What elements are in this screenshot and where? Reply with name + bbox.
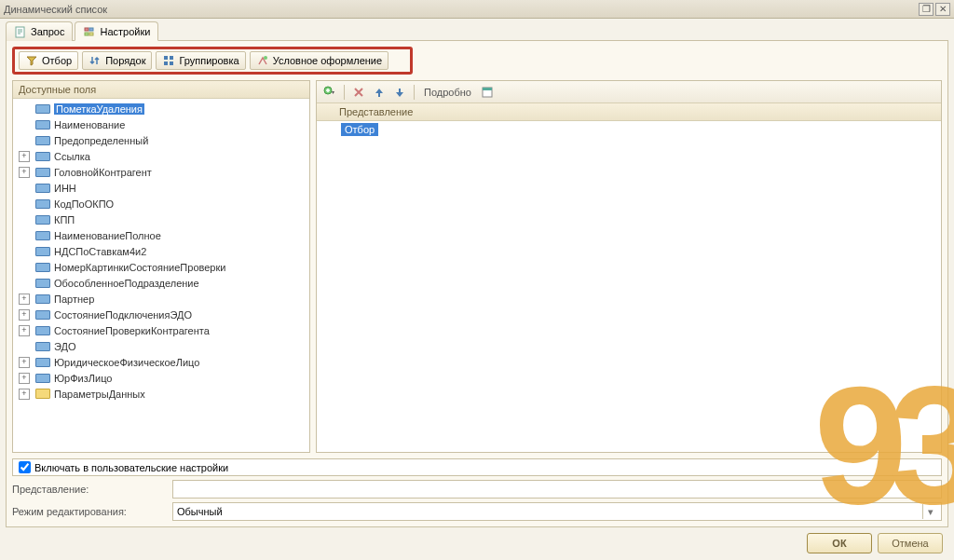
toolbar-properties-button[interactable] (478, 83, 497, 102)
query-icon (14, 25, 27, 38)
filter-grid[interactable]: Отбор (317, 121, 941, 452)
expand-spacer (19, 119, 30, 130)
order-icon (89, 54, 102, 67)
window-close-button[interactable]: ✕ (935, 3, 950, 16)
tree-row[interactable]: КодПоОКПО (13, 196, 309, 212)
tree-row[interactable]: ОбособленноеПодразделение (13, 275, 309, 291)
field-icon (35, 326, 50, 335)
expand-icon[interactable]: + (19, 309, 30, 321)
tree-row[interactable]: ЭДО (13, 338, 309, 354)
tree-item-label: Наименование (54, 119, 125, 130)
expand-icon[interactable]: + (19, 357, 30, 368)
presentation-column-header[interactable]: Представление (317, 103, 941, 121)
svg-rect-2 (89, 28, 93, 31)
cancel-button[interactable]: Отмена (878, 533, 943, 553)
tree-item-label: КодПоОКПО (54, 198, 114, 210)
include-user-settings-check[interactable]: Включать в пользовательские настройки (12, 458, 942, 476)
filter-icon (25, 54, 38, 67)
tree-row[interactable]: НаименованиеПолное (13, 227, 309, 243)
expand-icon[interactable]: + (19, 167, 30, 178)
field-icon (35, 215, 50, 225)
expand-spacer (19, 246, 30, 257)
toolbar-details-button[interactable]: Подробно (419, 83, 476, 102)
tree-row[interactable]: +Ссылка (13, 148, 309, 164)
toolbar-movedown-button[interactable] (390, 83, 409, 102)
conditional-icon (256, 54, 269, 67)
tree-row[interactable]: НДСПоСтавкам4и2 (13, 243, 309, 259)
tree-item-label: ЮрФизЛицо (54, 373, 112, 384)
field-icon (35, 152, 50, 161)
tree-item-label: СостояниеПодключенияЭДО (54, 309, 192, 321)
tree-row[interactable]: Предопределенный (13, 132, 309, 148)
field-icon (35, 136, 50, 145)
subtab-conditional-label: Условное оформление (273, 55, 382, 66)
tree-row[interactable]: +ЮридическоеФизическоеЛицо (13, 354, 309, 370)
expand-spacer (19, 341, 30, 352)
tree-item-label: ИНН (54, 183, 76, 194)
filter-row-label: Отбор (341, 123, 378, 136)
available-fields-panel: Доступные поля ПометкаУдаленияНаименован… (12, 80, 310, 453)
svg-rect-6 (170, 56, 173, 60)
toolbar-separator (414, 85, 415, 100)
toolbar-moveup-button[interactable] (370, 83, 388, 102)
svg-rect-12 (483, 88, 492, 90)
field-icon (35, 247, 50, 256)
edit-mode-value: Обычный (177, 506, 223, 517)
tree-row[interactable]: +ЮрФизЛицо (13, 370, 309, 386)
tree-row[interactable]: +ГоловнойКонтрагент (13, 164, 309, 180)
button-bar: ОК Отмена (6, 527, 948, 559)
window-title: Динамический список (4, 4, 917, 15)
tab-settings-label: Настройки (100, 26, 150, 37)
subtab-conditional[interactable]: Условное оформление (250, 51, 388, 70)
field-icon (35, 374, 50, 383)
tree-row[interactable]: НомерКартинкиСостояниеПроверки (13, 259, 309, 275)
tree-row[interactable]: ИНН (13, 180, 309, 196)
subtab-filter[interactable]: Отбор (19, 51, 78, 70)
expand-icon[interactable]: + (19, 373, 30, 384)
subtab-grouping[interactable]: Группировка (156, 51, 245, 70)
toolbar-delete-button[interactable] (349, 83, 368, 102)
edit-mode-label: Режим редактирования: (12, 506, 172, 517)
main-tabs: Запрос Настройки (6, 20, 948, 41)
fields-tree[interactable]: ПометкаУдаленияНаименованиеПредопределен… (13, 99, 309, 452)
filter-row[interactable]: Отбор (322, 121, 941, 138)
svg-rect-7 (164, 61, 168, 65)
include-user-settings-checkbox[interactable] (19, 461, 31, 473)
tree-row[interactable]: КПП (13, 212, 309, 227)
tree-row[interactable]: +Партнер (13, 291, 309, 307)
tree-item-label: НаименованиеПолное (54, 230, 161, 241)
presentation-label: Представление: (12, 484, 172, 495)
grouping-icon (162, 54, 175, 67)
tree-row[interactable]: Наименование (13, 116, 309, 132)
presentation-input[interactable] (172, 480, 942, 499)
field-icon (35, 279, 50, 288)
expand-icon[interactable]: + (19, 294, 30, 305)
toolbar-details-label: Подробно (424, 87, 471, 98)
field-icon (35, 358, 50, 367)
tree-row[interactable]: +ПараметрыДанных (13, 386, 309, 402)
toolbar-separator (344, 85, 345, 100)
field-icon (35, 294, 50, 304)
subtab-grouping-label: Группировка (179, 55, 238, 66)
field-icon (35, 168, 50, 177)
toolbar-add-button[interactable] (320, 83, 339, 102)
expand-icon[interactable]: + (19, 151, 30, 162)
expand-icon[interactable]: + (19, 389, 30, 400)
expand-spacer (19, 278, 30, 289)
tree-row[interactable]: +СостояниеПодключенияЭДО (13, 307, 309, 322)
ok-button[interactable]: ОК (807, 533, 872, 553)
field-icon (35, 104, 50, 114)
window-maximize-button[interactable]: ❐ (919, 3, 934, 16)
tree-row[interactable]: +СостояниеПроверкиКонтрагента (13, 322, 309, 338)
chevron-down-icon: ▾ (922, 504, 937, 519)
tree-row[interactable]: ПометкаУдаления (13, 101, 309, 116)
settings-icon (83, 25, 96, 38)
expand-icon[interactable]: + (19, 325, 30, 336)
tree-item-label: НДСПоСтавкам4и2 (54, 246, 146, 257)
tab-query[interactable]: Запрос (6, 21, 73, 41)
tree-item-label: ЭДО (54, 341, 76, 352)
subtab-order[interactable]: Порядок (82, 51, 152, 70)
tree-item-label: ПараметрыДанных (54, 389, 145, 400)
tab-settings[interactable]: Настройки (75, 21, 158, 41)
edit-mode-select[interactable]: Обычный ▾ (172, 502, 942, 521)
